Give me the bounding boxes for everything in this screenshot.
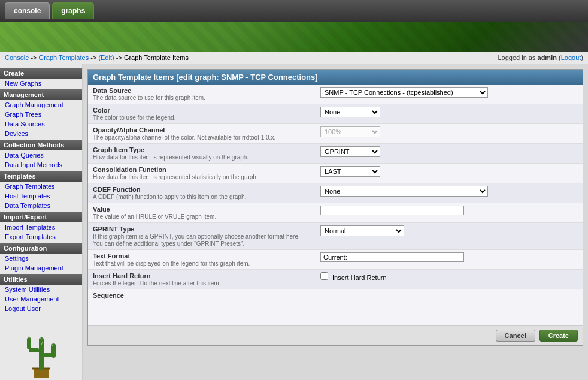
opacity-select[interactable]: 100% <box>320 126 380 137</box>
form-table: Data Source The data source to use for t… <box>88 85 583 325</box>
graph-item-type-row: Graph Item Type How data for this item i… <box>88 144 583 164</box>
cdef-function-select[interactable]: None <box>320 186 488 197</box>
opacity-label: Opacity/Alpha Channel The opacity/alpha … <box>88 124 316 144</box>
sidebar-item-import-templates[interactable]: Import Templates <box>0 222 82 232</box>
gprint-type-select[interactable]: Normal Custom <box>320 225 404 236</box>
opacity-row: Opacity/Alpha Channel The opacity/alpha … <box>88 124 583 144</box>
consolidation-function-label: Consolidation Function How data for this… <box>88 164 316 183</box>
breadcrumb-edit[interactable]: (Edit) <box>98 54 114 61</box>
breadcrumb-current: Graph Template Items <box>124 54 189 61</box>
sidebar-create-header: Create <box>0 68 82 79</box>
sidebar-item-graph-trees[interactable]: Graph Trees <box>0 110 82 119</box>
graph-item-type-select[interactable]: GPRINT LINE1 LINE2 AREA HRULE VRULE COMM… <box>320 146 380 157</box>
consolidation-function-control: LAST AVERAGE MAX MIN <box>316 164 583 183</box>
graph-item-type-label: Graph Item Type How data for this item i… <box>88 144 316 164</box>
svg-rect-2 <box>39 337 44 370</box>
sidebar-item-host-templates[interactable]: Host Templates <box>0 191 82 201</box>
insert-hard-return-checkbox[interactable] <box>320 272 328 280</box>
sidebar-management-header: Management <box>0 89 82 100</box>
sidebar-item-plugin-management[interactable]: Plugin Management <box>0 263 82 273</box>
sequence-control <box>316 289 583 325</box>
sidebar-item-new-graphs[interactable]: New Graphs <box>0 79 82 88</box>
insert-hard-return-checkbox-label[interactable]: Insert Hard Return <box>320 274 387 281</box>
text-format-control <box>316 250 583 270</box>
top-nav-bar: console graphs <box>0 0 588 22</box>
text-format-label: Text Format Text that will be displayed … <box>88 250 316 270</box>
login-info: Logged in as admin (Logout) <box>498 54 583 61</box>
sidebar-configuration-header: Configuration <box>0 243 82 254</box>
sidebar-item-data-sources[interactable]: Data Sources <box>0 119 82 129</box>
cdef-function-row: CDEF Function A CDEF (math) function to … <box>88 183 583 203</box>
sidebar-item-user-management[interactable]: User Management <box>0 294 82 304</box>
content-panel: Graph Template Items [edit graph: SNMP -… <box>87 69 583 346</box>
text-format-input[interactable] <box>320 252 464 262</box>
sidebar-item-data-queries[interactable]: Data Queries <box>0 150 82 160</box>
sidebar-item-devices[interactable]: Devices <box>0 129 82 138</box>
sidebar-item-export-templates[interactable]: Export Templates <box>0 232 82 242</box>
breadcrumb-bar: Console -> Graph Templates -> (Edit) -> … <box>0 52 588 64</box>
sidebar-item-data-input-methods[interactable]: Data Input Methods <box>0 160 82 170</box>
sequence-row: Sequence <box>88 289 583 325</box>
data-source-control: SNMP - TCP Connections - (tcpestablished… <box>316 85 583 104</box>
gprint-type-label: GPRINT Type If this graph item is a GPRI… <box>88 223 316 250</box>
data-source-row: Data Source The data source to use for t… <box>88 85 583 104</box>
cdef-function-label: CDEF Function A CDEF (math) function to … <box>88 183 316 203</box>
data-source-label: Data Source The data source to use for t… <box>88 85 316 104</box>
logout-link[interactable]: Logout <box>561 54 581 61</box>
sidebar: Create New Graphs Management Graph Manag… <box>0 64 83 380</box>
graphs-tab[interactable]: graphs <box>52 2 94 19</box>
button-row: Cancel Create <box>88 325 583 345</box>
data-source-select[interactable]: SNMP - TCP Connections - (tcpestablished… <box>320 87 488 98</box>
value-control <box>316 203 583 223</box>
value-label: Value The value of an HRULE or VRULE gra… <box>88 203 316 223</box>
svg-rect-4 <box>27 337 31 349</box>
value-input[interactable] <box>320 206 464 215</box>
insert-hard-return-row: Insert Hard Return Forces the legend to … <box>88 270 583 289</box>
gprint-type-row: GPRINT Type If this graph item is a GPRI… <box>88 223 583 250</box>
console-tab[interactable]: console <box>5 2 50 19</box>
header-banner <box>0 22 588 52</box>
sidebar-utilities-header: Utilities <box>0 274 82 285</box>
insert-hard-return-control: Insert Hard Return <box>316 270 583 289</box>
sidebar-item-data-templates[interactable]: Data Templates <box>0 201 82 210</box>
insert-hard-return-label: Insert Hard Return Forces the legend to … <box>88 270 316 289</box>
sidebar-item-settings[interactable]: Settings <box>0 254 82 263</box>
svg-rect-0 <box>34 369 49 378</box>
sidebar-collection-methods-header: Collection Methods <box>0 140 82 150</box>
sidebar-item-graph-templates[interactable]: Graph Templates <box>0 182 82 191</box>
sidebar-item-logout-user[interactable]: Logout User <box>0 304 82 313</box>
panel-title: Graph Template Items [edit graph: SNMP -… <box>88 70 583 85</box>
breadcrumb: Console -> Graph Templates -> (Edit) -> … <box>5 54 189 61</box>
text-format-row: Text Format Text that will be displayed … <box>88 250 583 270</box>
cdef-function-control: None <box>316 183 583 203</box>
cancel-button[interactable]: Cancel <box>496 330 535 342</box>
breadcrumb-console[interactable]: Console <box>5 54 29 61</box>
sidebar-import-export-header: Import/Export <box>0 212 82 222</box>
sidebar-templates-header: Templates <box>0 171 82 182</box>
sidebar-item-graph-management[interactable]: Graph Management <box>0 100 82 110</box>
color-row: Color The color to use for the legend. N… <box>88 104 583 124</box>
color-control: None <box>316 104 583 124</box>
graph-item-type-control: GPRINT LINE1 LINE2 AREA HRULE VRULE COMM… <box>316 144 583 164</box>
color-label: Color The color to use for the legend. <box>88 104 316 124</box>
opacity-control: 100% <box>316 124 583 144</box>
gprint-type-control: Normal Custom <box>316 223 583 250</box>
cactus-logo <box>0 313 82 380</box>
main-layout: Create New Graphs Management Graph Manag… <box>0 64 588 380</box>
sequence-label: Sequence <box>88 289 316 325</box>
consolidation-function-select[interactable]: LAST AVERAGE MAX MIN <box>320 166 380 177</box>
value-row: Value The value of an HRULE or VRULE gra… <box>88 203 583 223</box>
breadcrumb-graph-templates[interactable]: Graph Templates <box>39 54 89 61</box>
consolidation-function-row: Consolidation Function How data for this… <box>88 164 583 183</box>
content-area: Graph Template Items [edit graph: SNMP -… <box>83 64 588 380</box>
sidebar-item-system-utilities[interactable]: System Utilities <box>0 285 82 294</box>
color-select[interactable]: None <box>320 107 380 117</box>
create-button[interactable]: Create <box>539 330 578 342</box>
